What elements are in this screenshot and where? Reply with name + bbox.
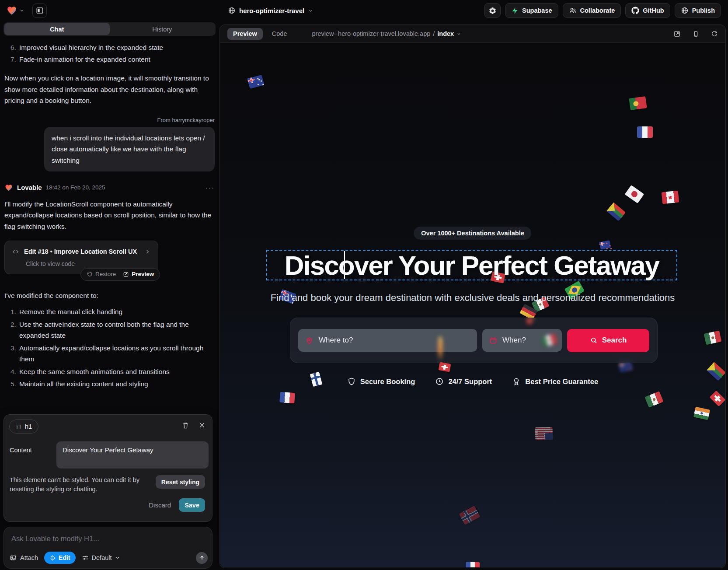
assistant-paragraph: I've modified the component to: [4,290,215,301]
preview-viewport: Over 1000+ Destinations Available Discov… [220,42,725,567]
where-to-placeholder: Where to? [319,336,353,345]
flag-canada-icon [662,191,679,204]
hero-subtitle: Find and book your dream destination wit… [220,292,725,304]
code-icon [12,248,19,255]
model-default-selector[interactable]: Default [82,554,120,561]
flag-mexico-icon [644,391,663,408]
tab-code[interactable]: Code [272,30,287,37]
refresh-icon[interactable] [711,30,718,37]
chevron-down-icon [115,555,120,560]
send-button[interactable] [196,552,208,564]
flag-norway-icon [459,506,481,525]
when-input[interactable]: When? [482,329,562,352]
delete-element-button[interactable] [182,422,189,429]
list-item: 2.Use the activeIndex state to control b… [4,319,215,341]
when-placeholder: When? [502,336,526,345]
tab-history[interactable]: History [110,23,215,35]
settings-button[interactable] [484,3,501,18]
destinations-badge: Over 1000+ Destinations Available [414,227,531,240]
search-card: Where to? When? Search [290,318,658,363]
topbar-left [6,0,47,21]
shield-icon [347,377,356,386]
award-icon [512,377,521,386]
close-icon[interactable] [199,422,206,429]
preview-panel: Preview Code preview--hero-optimizer-tra… [219,24,726,568]
attach-button[interactable]: Attach [10,554,38,562]
flag-australia-icon [247,75,264,89]
flag-portugal-icon [629,96,647,110]
flag-usa-icon [535,427,553,440]
message-menu-button[interactable]: ··· [206,182,215,193]
lovable-logo-heart-icon[interactable] [6,5,17,16]
element-tag-pill[interactable]: тT h1 [9,420,38,434]
flag-japan-icon [625,185,644,203]
style-note: This element can't be styled. You can ed… [10,476,146,494]
preview-change-button[interactable]: Preview [123,269,154,280]
arrow-up-icon [199,555,205,561]
assistant-paragraph: I'll modify the LocationScroll component… [4,199,215,232]
list-item: 5.Maintain all the existing content and … [4,378,215,390]
url-host: preview--hero-optimizer-travel.lovable.a… [312,30,431,37]
supabase-button[interactable]: Supabase [505,3,558,18]
trust-item-secure: Secure Booking [347,377,415,386]
edit-mode-pill[interactable]: Edit [44,552,75,564]
content-field-label: Content [10,447,32,454]
gear-icon [488,7,497,15]
project-name: hero-optimizer-travel [239,7,304,14]
flag-france-icon [279,392,295,403]
flag-layer [220,43,725,567]
restore-icon [87,271,93,277]
external-link-icon [123,271,129,277]
url-separator: / [433,30,435,37]
attach-label: Attach [20,554,38,561]
element-editor-panel: тT h1 Content Discover Your Perfect Geta… [3,414,212,522]
publish-label: Publish [692,7,715,14]
flag-france-icon [466,562,480,567]
where-to-input[interactable]: Where to? [298,329,477,352]
message-timestamp: 18:42 on Feb 20, 2025 [46,182,105,193]
chat-panel: 6.Improved visual hierarchy in the expan… [4,42,215,391]
discard-button[interactable]: Discard [149,501,171,509]
chat-composer: Ask Lovable to modify H1... Attach Edit … [3,527,212,569]
chevron-down-icon[interactable] [19,8,24,13]
mobile-view-icon[interactable] [693,30,699,38]
search-button[interactable]: Search [567,329,649,352]
sidebar-toggle-button[interactable] [32,3,47,18]
sliders-icon [82,554,89,561]
content-textarea[interactable]: Discover Your Perfect Getaway [56,441,209,469]
sidebar-tabs: Chat History [3,22,216,36]
collaborate-button[interactable]: Collaborate [563,3,621,18]
flag-switzerland-icon [710,391,725,407]
preview-change-label: Preview [132,269,154,280]
tab-preview[interactable]: Preview [227,28,263,40]
assistant-name: Lovable [17,182,42,193]
restore-preview-pill: Restore Preview [80,268,160,281]
tab-chat[interactable]: Chat [4,23,110,35]
text-size-icon: тT [16,423,22,430]
message-author-label: From harrymckayroper [4,117,215,124]
preview-url[interactable]: preview--hero-optimizer-travel.lovable.a… [312,30,462,37]
flag-india-icon [693,407,710,420]
restore-button[interactable]: Restore [87,269,116,280]
publish-button[interactable]: Publish [675,3,721,18]
app-window: hero-optimizer-travel Supabase Collabora… [0,0,728,570]
target-icon [49,555,56,561]
trust-item-guarantee: Best Price Guarantee [512,377,598,386]
globe-icon [681,7,689,14]
edit-card-wrap: Edit #18 • Improve Location Scroll UX Cl… [4,241,215,274]
element-tag-label: h1 [25,423,32,430]
project-switcher[interactable]: hero-optimizer-travel [228,0,313,21]
hero-heading[interactable]: Discover Your Perfect Getaway [266,250,677,280]
chevron-right-icon [144,248,151,255]
reset-styling-button[interactable]: Reset styling [156,475,205,489]
numbered-list-top: 6.Improved visual hierarchy in the expan… [4,42,215,65]
list-item: 6.Improved visual hierarchy in the expan… [4,42,215,53]
trust-label: Secure Booking [360,378,415,386]
save-button[interactable]: Save [179,498,205,512]
open-in-new-tab-icon[interactable] [673,30,681,38]
github-label: GitHub [643,7,664,14]
composer-input[interactable]: Ask Lovable to modify H1... [11,535,99,543]
github-button[interactable]: GitHub [625,3,670,18]
trust-item-support: 24/7 Support [435,377,492,386]
search-icon [590,336,598,344]
